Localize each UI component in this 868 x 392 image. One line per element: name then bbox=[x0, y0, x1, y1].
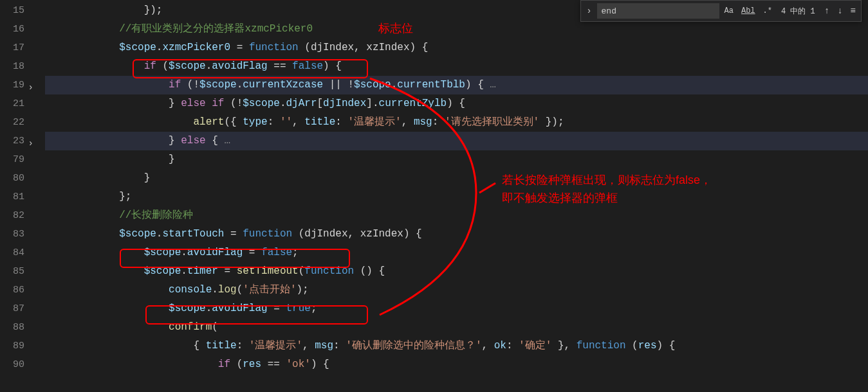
code-line[interactable]: if (!$scope.currentXzcase || !$scope.cur… bbox=[45, 76, 868, 94]
line-number: 86 bbox=[0, 281, 24, 299]
find-case-toggle[interactable]: Aa bbox=[722, 5, 736, 17]
line-number: 84 bbox=[0, 244, 24, 262]
code-line[interactable]: //长按删除险种 bbox=[45, 206, 868, 225]
code-line[interactable]: } else { … bbox=[45, 132, 868, 150]
line-number: 16 bbox=[0, 20, 24, 39]
find-next-icon[interactable]: ↓ bbox=[835, 4, 845, 17]
code-content[interactable]: }); //有职业类别之分的选择器xzmcPicker0 $scope.xzmc… bbox=[31, 0, 868, 392]
line-number: 80 bbox=[0, 169, 24, 188]
find-expand-icon[interactable]: › bbox=[584, 6, 594, 16]
code-editor: 15 16 17 18 19› 21 22 23› 79 80 81 82 83… bbox=[0, 0, 868, 392]
find-menu-icon[interactable]: ≡ bbox=[848, 4, 858, 17]
line-number: 19› bbox=[0, 76, 24, 94]
line-number: 22 bbox=[0, 113, 24, 132]
code-line[interactable]: } else if (!$scope.djArr[djIndex].curren… bbox=[45, 94, 868, 113]
line-number: 85 bbox=[0, 262, 24, 281]
find-prev-icon[interactable]: ↑ bbox=[822, 4, 832, 17]
code-line[interactable]: { title: '温馨提示', msg: '确认删除选中的险种信息？', ok… bbox=[45, 337, 868, 355]
line-number: 23› bbox=[0, 132, 24, 150]
line-number: 83 bbox=[0, 225, 24, 244]
line-number: 15 bbox=[0, 1, 24, 20]
code-line[interactable]: } bbox=[45, 150, 868, 169]
find-input[interactable] bbox=[597, 3, 719, 19]
line-number: 90 bbox=[0, 355, 24, 374]
code-line[interactable]: }; bbox=[45, 188, 868, 206]
find-result-count: 4 中的 1 bbox=[777, 6, 819, 17]
line-number: 18 bbox=[0, 57, 24, 76]
code-line[interactable]: $scope.timer = setTimeout(function () { bbox=[45, 262, 868, 281]
code-line[interactable]: alert({ type: '', title: '温馨提示', msg: '请… bbox=[45, 113, 868, 132]
line-number-gutter: 15 16 17 18 19› 21 22 23› 79 80 81 82 83… bbox=[0, 0, 31, 392]
code-line[interactable]: $scope.avoidFlag = true; bbox=[45, 299, 868, 318]
line-number: 81 bbox=[0, 188, 24, 206]
find-widget: › Aa Abl .* 4 中的 1 ↑ ↓ ≡ bbox=[580, 0, 862, 22]
line-number: 87 bbox=[0, 299, 24, 318]
comment: //有职业类别之分的选择器xzmcPicker0 bbox=[119, 23, 313, 35]
code-line[interactable]: //有职业类别之分的选择器xzmcPicker0 bbox=[45, 20, 868, 39]
code-line[interactable]: confirm( bbox=[45, 318, 868, 337]
code-line[interactable]: $scope.xzmcPicker0 = function (djIndex, … bbox=[45, 39, 868, 57]
line-number: 17 bbox=[0, 39, 24, 57]
code-line[interactable]: $scope.startTouch = function (djIndex, x… bbox=[45, 225, 868, 244]
line-number: 21 bbox=[0, 94, 24, 113]
find-regex-toggle[interactable]: .* bbox=[761, 5, 775, 17]
find-word-toggle[interactable]: Abl bbox=[739, 5, 758, 17]
code-line[interactable]: } bbox=[45, 169, 868, 188]
line-number: 79 bbox=[0, 150, 24, 169]
line-number: 82 bbox=[0, 206, 24, 225]
code-line[interactable]: $scope.avoidFlag = false; bbox=[45, 244, 868, 262]
code-line[interactable]: console.log('点击开始'); bbox=[45, 281, 868, 299]
line-number: 88 bbox=[0, 318, 24, 337]
comment: //长按删除险种 bbox=[119, 209, 193, 221]
code-line[interactable]: if ($scope.avoidFlag == false) { bbox=[45, 57, 868, 76]
line-number: 89 bbox=[0, 337, 24, 355]
code-line[interactable]: if (res == 'ok') { bbox=[45, 355, 868, 374]
